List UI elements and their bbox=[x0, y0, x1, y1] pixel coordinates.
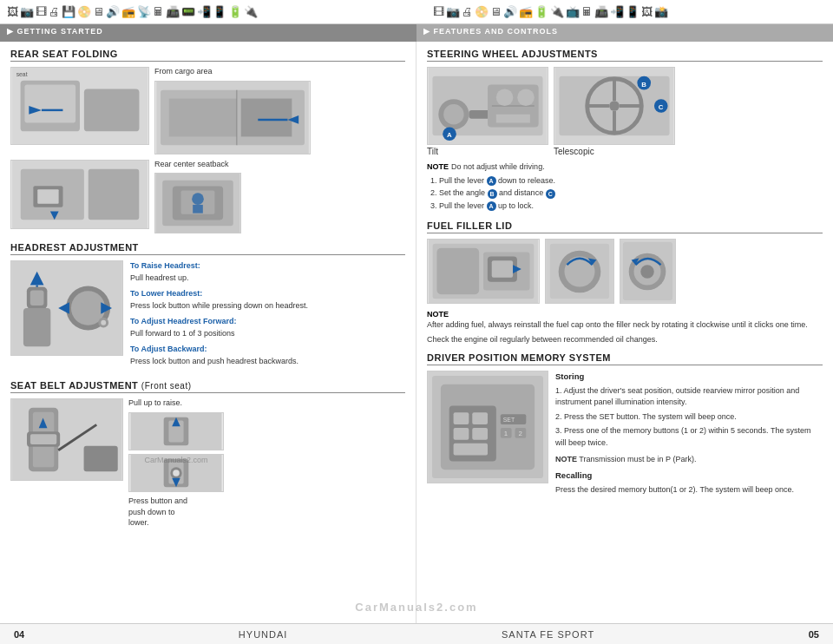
right-column: STEERING WHEEL ADJUSTMENTS bbox=[416, 42, 833, 623]
driver-content: SET 1 2 Storing 1. Adjust the driver's s… bbox=[427, 371, 823, 496]
rnav-icon-16: 📸 bbox=[654, 5, 668, 18]
headrest-illustration bbox=[11, 261, 122, 355]
rnav-icon-4: 📀 bbox=[475, 5, 489, 18]
seatbelt-illustration bbox=[11, 399, 122, 480]
recalling-subtitle: Recalling bbox=[555, 470, 823, 482]
step3-text: 3. Pull the lever bbox=[430, 201, 484, 210]
section-header-left: ▶ GETTING STARTED bbox=[0, 24, 416, 42]
left-nav-icons: 🖼 📷 🎞 🖨 💾 📀 🖥 🔊 📻 📡 🖩 📠 📟 📲 📱 🔋 🔌 bbox=[7, 5, 400, 18]
nav-icon-5: 💾 bbox=[62, 5, 75, 18]
step3: 3. Pull the lever A up to lock. bbox=[430, 200, 823, 212]
svg-text:B: B bbox=[641, 81, 646, 89]
svg-rect-107 bbox=[472, 428, 488, 440]
headrest-lower-label: To Lower Headrest: bbox=[130, 289, 202, 298]
rnav-icon-11: 🖩 bbox=[581, 5, 593, 18]
svg-text:A: A bbox=[447, 131, 452, 139]
svg-rect-25 bbox=[193, 205, 203, 214]
headrest-raise-desc: Pull headrest up. bbox=[130, 273, 189, 282]
rear-seat-title: REAR SEAT FOLDING bbox=[10, 49, 405, 62]
svg-text:2: 2 bbox=[518, 430, 521, 437]
svg-rect-47 bbox=[84, 446, 118, 471]
svg-text:seat: seat bbox=[16, 71, 28, 77]
lower-label: lower. bbox=[128, 518, 149, 527]
svg-rect-44 bbox=[30, 434, 56, 444]
svg-point-56 bbox=[173, 470, 180, 476]
seatbelt-title-text: SEAT BELT ADJUSTMENT bbox=[10, 380, 138, 391]
headrest-raise-label: To Raise Headrest: bbox=[130, 261, 200, 270]
steering-tilt-col: A Tilt bbox=[427, 67, 548, 156]
badge-a: A bbox=[487, 176, 496, 186]
driver-text: Storing 1. Adjust the driver's seat posi… bbox=[555, 371, 823, 496]
seatbelt-subtitle-text: (Front seat) bbox=[141, 381, 192, 391]
badge-a2: A bbox=[487, 201, 496, 211]
rear-seat-img-left: seat bbox=[10, 67, 149, 145]
driver-img: SET 1 2 bbox=[427, 371, 548, 483]
seatbelt-title: SEAT BELT ADJUSTMENT (Front seat) bbox=[10, 380, 405, 393]
steering-note-prefix: NOTE bbox=[427, 162, 449, 171]
rnav-icon-15: 🖼 bbox=[641, 5, 653, 18]
headrest-backward-item: To Adjust Backward: Press lock button an… bbox=[130, 344, 308, 367]
from-cargo-label: From cargo area bbox=[154, 67, 311, 76]
badge-c: C bbox=[546, 189, 555, 199]
svg-rect-104 bbox=[454, 412, 469, 424]
nav-icon-16: 🔋 bbox=[228, 5, 242, 18]
rear-seat-img-right bbox=[154, 81, 311, 154]
seatbelt-content: Pull up to raise. bbox=[10, 398, 405, 529]
tilt-label: Tilt bbox=[427, 147, 438, 156]
rnav-icon-12: 📠 bbox=[594, 5, 608, 18]
rnav-icon-9: 🔌 bbox=[550, 5, 564, 18]
fuel-img-1 bbox=[427, 239, 540, 304]
nav-icon-4: 🖨 bbox=[49, 5, 60, 18]
step3b-text: up to lock. bbox=[498, 201, 534, 210]
bottom-bar: 04 HYUNDAI SANTA FE SPORT 05 bbox=[0, 623, 833, 644]
steering-note-text: Do not adjust while driving. bbox=[451, 162, 545, 171]
headrest-illustration-box bbox=[10, 260, 123, 356]
fuel-note-prefix: NOTE bbox=[427, 310, 449, 319]
page-num-right: 05 bbox=[809, 629, 819, 640]
svg-point-39 bbox=[101, 320, 106, 325]
driver-note: NOTE Transmission must be in P (Park). bbox=[555, 454, 823, 466]
steering-note: NOTE Do not adjust while driving. bbox=[427, 161, 823, 171]
press-label: Press button and bbox=[128, 496, 187, 505]
rear-seat-right-col: From cargo area bbox=[154, 67, 311, 154]
headrest-lower-item: To Lower Headrest: Press lock button whi… bbox=[130, 288, 308, 312]
recalling-text: Press the desired memory button(1 or 2).… bbox=[555, 484, 823, 496]
nav-icon-13: 📟 bbox=[181, 5, 195, 18]
svg-point-24 bbox=[192, 193, 204, 205]
rear-seat-left-illustration: seat bbox=[11, 68, 148, 144]
svg-rect-10 bbox=[241, 99, 292, 137]
headrest-content: To Raise Headrest: Pull headrest up. To … bbox=[10, 260, 405, 371]
headrest-forward-item: To Adjust Headrest Forward: Pull forward… bbox=[130, 316, 308, 339]
driver-step2: 2. Press the SET button. The system will… bbox=[555, 411, 823, 424]
svg-rect-106 bbox=[454, 428, 469, 440]
rnav-icon-3: 🖨 bbox=[462, 5, 473, 18]
fuel-img-3 bbox=[620, 239, 676, 304]
svg-rect-3 bbox=[84, 89, 140, 131]
press-lower-text: Press button and push down to lower. bbox=[128, 496, 224, 529]
rear-center-img bbox=[154, 173, 241, 233]
svg-rect-87 bbox=[492, 261, 513, 278]
step1b-text: down to release. bbox=[498, 176, 555, 185]
seatbelt-pull-img bbox=[128, 412, 224, 450]
section-header-bar: ▶ GETTING STARTED ▶ FEATURES AND CONTROL… bbox=[0, 24, 833, 42]
check-oil-text: Check the engine oil regularly between r… bbox=[427, 335, 823, 344]
rear-seat-folding-section: REAR SEAT FOLDING seat bbox=[10, 49, 405, 233]
headrest-text: To Raise Headrest: Pull headrest up. To … bbox=[130, 260, 308, 371]
driver-steps: 1. Adjust the driver's seat position, ou… bbox=[555, 385, 823, 450]
nav-icon-2: 📷 bbox=[20, 5, 34, 18]
telescopic-label: Telescopic bbox=[554, 147, 594, 156]
rnav-icon-10: 📺 bbox=[566, 5, 580, 18]
steering-telescopic-col: B C Telescopic bbox=[554, 67, 675, 156]
step2: 2. Set the angle B and distance C bbox=[430, 187, 823, 199]
rnav-icon-7: 📻 bbox=[519, 5, 533, 18]
steering-telescopic-illustration: B C bbox=[554, 68, 674, 144]
page-num-left: 04 bbox=[14, 629, 24, 640]
fuel-images bbox=[427, 239, 823, 304]
model-name: SANTA FE SPORT bbox=[502, 629, 594, 640]
nav-icon-6: 📀 bbox=[77, 5, 91, 18]
step2-text: 2. Set the angle bbox=[430, 188, 485, 197]
fuel-illustration-3 bbox=[620, 240, 675, 303]
svg-rect-2 bbox=[24, 85, 75, 123]
fuel-img-2 bbox=[545, 239, 614, 304]
rear-seat-bottom-row: Rear center seatback bbox=[10, 160, 405, 233]
